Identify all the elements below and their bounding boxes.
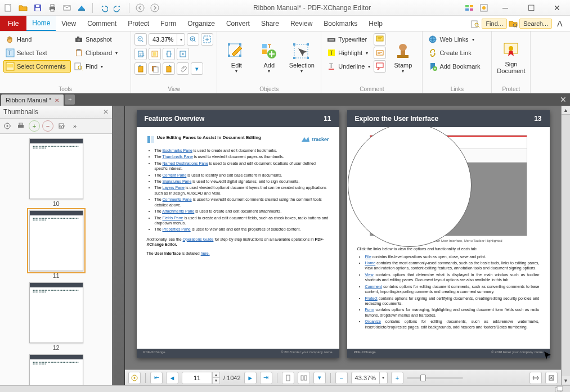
file-tab[interactable]: File [0,16,26,31]
pane-link[interactable]: Attachments Pane [162,209,194,213]
close-all-tabs-icon[interactable]: ✕ [556,95,570,104]
underline-button[interactable]: TUnderline▾ [325,60,372,73]
tab-link[interactable]: Protect [365,296,378,300]
next-page-button[interactable]: ► [244,372,257,384]
facing-pages-button[interactable] [298,372,310,384]
zoom-in-button[interactable] [187,33,199,46]
pane-link[interactable]: Bookmarks Pane [163,148,192,152]
quick-launch-icon[interactable] [478,2,490,14]
scan-icon[interactable] [75,2,88,14]
thumb-more-icon[interactable]: » [69,120,80,132]
attach-button[interactable] [177,62,189,75]
clipboard-button[interactable]: Clipboard▾ [72,47,127,59]
thumbnail-11[interactable]: ■ ■ ■ ■ ■ ■ ■ ■ ■ ■ ■ ■ ■ ■ ■ ■ ■ ■ ■ ■ … [29,210,83,279]
actual-size-button[interactable]: 1:1 [134,48,147,60]
textbox-button[interactable] [374,47,386,59]
pane-link[interactable]: Comments Pane [163,197,192,201]
first-page-button[interactable]: ⇤ [150,372,163,384]
pane-link[interactable]: Fields Pane [163,216,183,220]
rotate-ccw-button[interactable] [134,62,147,75]
zoom-out-status-button[interactable]: − [335,372,348,384]
add-button[interactable]: T Add▾ [253,33,285,83]
close-tab-icon[interactable]: ✕ [55,97,59,103]
find-tool-button[interactable]: Find▾ [72,60,127,73]
thumb-rotate-icon[interactable]: 90° [56,120,67,132]
tab-protect[interactable]: Protect [122,16,155,31]
create-link-button[interactable]: Create Link [426,47,488,59]
thumbnail-13[interactable]: ■ ■ ■ ■ ■ ■ ■ ■ ■ ■ ■ ■ ■ ■ ■ ■ ■ ■ ■ ■ … [29,354,83,385]
tab-help[interactable]: Help [363,16,388,31]
scroll-up-icon[interactable]: ▲ [562,106,570,115]
thumb-options-icon[interactable] [2,120,13,132]
email-icon[interactable] [61,2,73,14]
new-doc-icon[interactable] [2,2,15,14]
tab-comment[interactable]: Comment [82,16,122,31]
zoom-value-dropdown[interactable]: 43.37%▾ [149,33,185,46]
add-tab-button[interactable]: + [65,94,75,105]
undo-icon[interactable] [97,2,110,14]
close-panel-icon[interactable]: ✕ [103,108,109,116]
page-number-input[interactable]: ▲▼ [182,372,220,384]
here-link[interactable]: here. [201,251,210,255]
pane-link[interactable]: Named Destinations Pane [163,161,208,165]
print-icon[interactable] [46,2,59,14]
minimize-button[interactable]: ─ [492,0,518,16]
web-links-button[interactable]: Web Links▾ [426,33,488,46]
maximize-button[interactable]: ☐ [518,0,544,16]
edit-button[interactable]: Edit▾ [221,33,252,83]
tab-link[interactable]: Form [365,308,374,312]
select-text-button[interactable]: TSelect Text [3,47,71,59]
stamp-button[interactable]: Stamp▾ [387,33,419,83]
layout-dropdown-button[interactable]: ▾ [313,372,326,384]
tab-link[interactable]: Organize [365,319,381,323]
callout-button[interactable] [374,60,386,73]
ops-guide-link[interactable]: Operations Guide [183,237,214,241]
tab-view[interactable]: View [56,16,82,31]
paste-button[interactable] [149,62,161,75]
sign-document-button[interactable]: Sign Document [495,33,527,83]
nav-back-icon[interactable] [134,2,146,14]
rotate-cw-button[interactable] [163,62,175,75]
zoom-in-status-button[interactable]: + [391,372,403,384]
pane-link[interactable]: Thumbnails Pane [162,155,192,159]
hand-tool-button[interactable]: Hand [3,33,71,46]
tab-link[interactable]: View [365,273,374,277]
tab-form[interactable]: Form [155,16,182,31]
tab-review[interactable]: Review [285,16,318,31]
thumb-print-icon[interactable] [15,120,26,132]
select-comments-button[interactable]: Select Comments [3,60,71,73]
more-view-button[interactable]: ▾ [191,62,203,75]
zoom-status-dropdown[interactable]: 43.37%▾ [351,372,388,384]
find-button[interactable]: Find... [482,19,507,29]
typewriter-button[interactable]: Typewriter [325,33,372,46]
nav-fwd-icon[interactable] [149,2,161,14]
pages-stack-icon[interactable] [555,386,567,392]
vertical-scrollbar[interactable]: ▲ ▼ [561,106,570,385]
tab-link[interactable]: Comment [365,285,382,289]
last-page-button[interactable]: ⇥ [260,372,272,384]
options-status-icon[interactable] [128,372,141,384]
fit-width-status-button[interactable] [529,372,542,384]
zoom-out-button[interactable] [134,33,147,46]
tab-bookmarks[interactable]: Bookmarks [318,16,363,31]
tab-home[interactable]: Home [26,16,56,31]
fit-visible-button[interactable] [177,48,189,60]
highlight-button[interactable]: THighlight▾ [325,47,372,59]
add-bookmark-button[interactable]: Add Bookmark [426,60,488,73]
note-button[interactable] [374,33,386,46]
pane-link[interactable]: Properties Pane [163,227,191,231]
fit-page-button[interactable] [149,48,161,60]
pane-link[interactable]: Layers Pane [163,186,185,190]
left-sidepad[interactable] [113,106,125,385]
fit-page-status-button[interactable] [545,372,558,384]
thumb-zoom-out-icon[interactable]: − [42,120,53,132]
thumb-zoom-in-icon[interactable]: + [29,120,40,132]
zoom-slider[interactable] [407,377,463,379]
open-icon[interactable] [17,2,29,14]
search-button[interactable]: Search... [519,19,552,29]
tab-link[interactable]: Home [365,261,376,265]
pane-link[interactable]: Signatures Pane [163,179,192,183]
document-tab[interactable]: Ribbon Manual *✕ [1,94,64,106]
close-button[interactable]: ✕ [544,0,570,16]
tab-share[interactable]: Share [255,16,285,31]
